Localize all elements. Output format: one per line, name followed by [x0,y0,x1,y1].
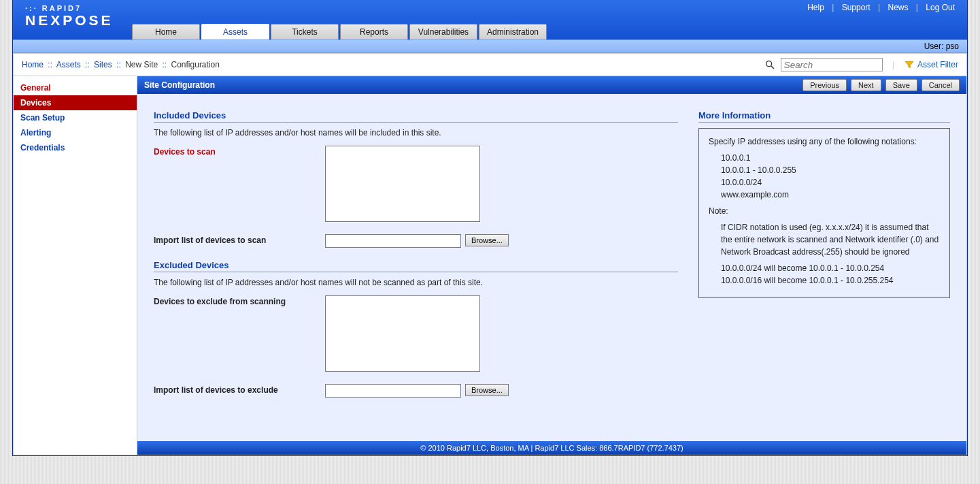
svg-line-1 [771,66,774,69]
search-icon [764,59,775,70]
sidenav-credentials[interactable]: Credentials [14,140,137,155]
crumb-newsite: New Site [125,60,158,69]
next-button[interactable]: Next [851,79,881,91]
search-wrap: | Asset Filter [764,58,958,71]
info-ex-1: 10.0.0.1 [721,152,940,164]
crumb-sites[interactable]: Sites [94,60,112,69]
tab-tickets[interactable]: Tickets [271,24,339,39]
app-shell: ∙:∙ RAPID7 NEXPOSE Help | Support | News… [12,0,968,456]
brand: ∙:∙ RAPID7 NEXPOSE [25,4,114,29]
info-note-ex-1: 10.0.0.0/24 will become 10.0.0.1 - 10.0.… [721,262,940,274]
import-include-row: Import list of devices to scan Browse... [154,234,678,248]
excluded-title: Excluded Devices [154,260,678,272]
cancel-button[interactable]: Cancel [922,79,960,91]
crumb-home[interactable]: Home [22,60,44,69]
panel-title: Site Configuration [144,80,215,90]
import-include-label: Import list of devices to scan [154,234,325,245]
asset-filter-link[interactable]: Asset Filter [904,59,958,70]
panel-buttons: Previous Next Save Cancel [802,79,960,91]
import-exclude-row: Import list of devices to exclude Browse… [154,384,678,398]
breadcrumb: Home :: Assets :: Sites :: New Site :: C… [22,60,220,69]
sidenav-general[interactable]: General [14,80,137,95]
asset-filter-label: Asset Filter [917,60,958,69]
panel-body: Included Devices The following list of I… [137,94,966,441]
tab-assets[interactable]: Assets [201,24,269,39]
crumb-config: Configuration [171,60,220,69]
separator: | [878,3,880,12]
info-note-examples: 10.0.0.0/24 will become 10.0.0.1 - 10.0.… [721,262,940,287]
user-bar: User: pso [13,39,967,53]
tab-reports[interactable]: Reports [340,24,408,39]
info-column: More Information Specify IP addresses us… [698,110,950,298]
devices-to-scan-row: Devices to scan [154,146,678,222]
panel-header: Site Configuration Previous Next Save Ca… [137,76,966,94]
separator: | [832,3,834,12]
brand-line1: ∙:∙ RAPID7 [25,4,114,12]
info-ex-4: www.example.com [721,189,940,201]
info-ex-2: 10.0.0.1 - 10.0.0.255 [721,164,940,176]
devices-to-exclude-textarea[interactable] [325,295,480,372]
included-title: Included Devices [154,110,678,123]
toolbar: Home :: Assets :: Sites :: New Site :: C… [13,53,967,76]
separator: | [888,60,898,69]
tab-administration[interactable]: Administration [479,24,547,39]
info-box: Specify IP addresses using any of the fo… [698,128,950,298]
separator: | [916,3,918,12]
tab-home[interactable]: Home [132,24,200,39]
import-include-input[interactable] [325,234,461,248]
main-panel: Site Configuration Previous Next Save Ca… [137,76,966,455]
devices-to-scan-textarea[interactable] [325,146,480,222]
link-help[interactable]: Help [802,3,830,12]
previous-button[interactable]: Previous [802,79,847,91]
browse-include-button[interactable]: Browse... [465,234,509,246]
app-topbar: ∙:∙ RAPID7 NEXPOSE Help | Support | News… [13,0,967,39]
info-note-body: If CIDR notation is used (eg. x.x.x.x/24… [721,221,940,258]
devices-to-exclude-label: Devices to exclude from scanning [154,295,325,306]
sidenav-devices[interactable]: Devices [14,95,137,110]
search-input[interactable] [781,58,883,71]
save-button[interactable]: Save [885,79,917,91]
import-exclude-input[interactable] [325,384,461,398]
content: General Devices Scan Setup Alerting Cred… [13,76,967,455]
tabstrip: Home Assets Tickets Reports Vulnerabilit… [132,24,548,39]
top-links: Help | Support | News | Log Out [802,0,960,12]
brand-line2: NEXPOSE [25,12,114,29]
footer-text: © 2010 Rapid7 LLC, Boston, MA | Rapid7 L… [420,444,683,452]
tab-vulnerabilities[interactable]: Vulnerabilities [409,24,477,39]
info-intro: Specify IP addresses using any of the fo… [709,135,940,148]
sidenav-alerting[interactable]: Alerting [14,125,137,140]
sidenav: General Devices Scan Setup Alerting Cred… [14,76,137,455]
info-note-label: Note: [709,205,940,217]
svg-point-0 [766,61,772,67]
import-exclude-label: Import list of devices to exclude [154,384,325,395]
excluded-desc: The following list of IP addresses and/o… [154,278,678,287]
link-logout[interactable]: Log Out [920,3,960,12]
browse-exclude-button[interactable]: Browse... [465,384,509,396]
form-column: Included Devices The following list of I… [154,110,678,400]
crumb-assets[interactable]: Assets [56,60,81,69]
included-desc: The following list of IP addresses and/o… [154,128,678,138]
user-label: User: pso [924,42,959,51]
devices-to-exclude-row: Devices to exclude from scanning [154,295,678,372]
more-info-title: More Information [698,110,950,123]
footer: © 2010 Rapid7 LLC, Boston, MA | Rapid7 L… [137,441,966,455]
link-news[interactable]: News [882,3,913,12]
info-examples: 10.0.0.1 10.0.0.1 - 10.0.0.255 10.0.0.0/… [721,152,940,201]
filter-icon [904,59,915,70]
info-ex-3: 10.0.0.0/24 [721,176,940,189]
link-support[interactable]: Support [837,3,876,12]
sidenav-scan-setup[interactable]: Scan Setup [14,110,137,125]
devices-to-scan-label: Devices to scan [154,146,325,157]
info-note-ex-2: 10.0.0.0/16 will become 10.0.0.1 - 10.0.… [721,274,940,287]
